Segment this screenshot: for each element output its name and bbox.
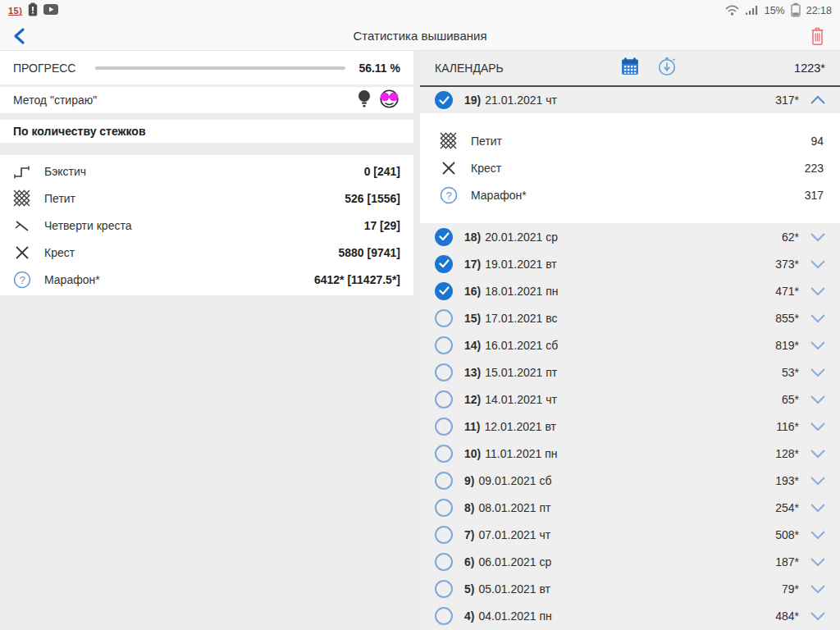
- chevron-down-icon[interactable]: [809, 557, 827, 567]
- calendar-row[interactable]: 6) 06.01.2021 ср 187*: [420, 548, 840, 575]
- calendar-row[interactable]: 9) 09.01.2021 сб 193*: [420, 467, 840, 494]
- progress-panel: ПРОГРЕСС 56.11 % Метод "стираю" По колич…: [0, 51, 420, 630]
- calendar-row[interactable]: 14) 16.01.2021 сб 819*: [420, 331, 840, 358]
- calendar-icon[interactable]: [620, 57, 640, 80]
- stitch-value: 526 [1556]: [345, 192, 400, 205]
- cool-face-emoji-icon[interactable]: [378, 88, 400, 113]
- wifi-icon: [724, 4, 740, 18]
- section-title: По количеству стежков: [0, 120, 413, 143]
- stitch-value: 6412* [11427.5*]: [314, 273, 400, 286]
- delete-button[interactable]: [806, 25, 829, 48]
- entry-date: 18.01.2021 пн: [485, 285, 775, 298]
- chevron-down-icon[interactable]: [809, 449, 827, 459]
- stitch-value: 17 [29]: [364, 219, 400, 232]
- chevron-down-icon[interactable]: [809, 611, 827, 621]
- entry-checkbox[interactable]: [435, 499, 453, 517]
- entry-value: 254*: [775, 501, 799, 514]
- calendar-row[interactable]: 8) 08.01.2021 пт 254*: [420, 494, 840, 521]
- stitch-row: Бэкстич 0 [241]: [0, 158, 413, 185]
- clock-text: 22:18: [806, 5, 832, 16]
- status-bar: 15) 15% 22:18: [0, 0, 840, 21]
- calendar-row[interactable]: 15) 17.01.2021 вс 855*: [420, 304, 840, 331]
- stopwatch-icon[interactable]: [656, 56, 678, 80]
- stitch-row: Четверти креста 17 [29]: [0, 212, 413, 239]
- chevron-down-icon[interactable]: [809, 286, 827, 296]
- chevron-down-icon[interactable]: [809, 395, 827, 404]
- chevron-down-icon[interactable]: [809, 503, 827, 513]
- calendar-row[interactable]: 18) 20.01.2021 ср 62*: [420, 223, 840, 250]
- calendar-header: КАЛЕНДАРЬ 1223*: [420, 51, 840, 85]
- entry-value: 128*: [775, 447, 799, 460]
- stitch-label: Петит: [44, 192, 345, 205]
- calendar-title: КАЛЕНДАРЬ: [435, 62, 504, 75]
- calendar-row[interactable]: 12) 14.01.2021 чт 65*: [420, 386, 840, 413]
- chevron-down-icon[interactable]: [809, 530, 827, 540]
- chevron-down-icon[interactable]: [809, 313, 827, 323]
- chevron-down-icon[interactable]: [809, 232, 827, 242]
- calendar-row[interactable]: 10) 11.01.2021 пн 128*: [420, 440, 840, 467]
- calendar-row[interactable]: 11) 12.01.2021 вт 116*: [420, 413, 840, 440]
- battery-alert-icon: [28, 2, 38, 19]
- chevron-down-icon[interactable]: [809, 340, 827, 350]
- entry-checkbox[interactable]: [435, 282, 453, 300]
- entry-date: 09.01.2021 сб: [478, 474, 775, 487]
- calendar-row[interactable]: 7) 07.01.2021 чт 508*: [420, 521, 840, 548]
- entry-checkbox[interactable]: [435, 418, 453, 436]
- calendar-row[interactable]: 13) 15.01.2021 пт 53*: [420, 358, 840, 386]
- stitch-value: 0 [241]: [364, 165, 400, 178]
- back-button[interactable]: [8, 25, 31, 48]
- entry-date: 19.01.2021 вт: [485, 258, 775, 271]
- detail-value: 317: [805, 189, 824, 202]
- cross-stitch-icon: [440, 160, 459, 176]
- entry-date: 06.01.2021 ср: [478, 555, 775, 568]
- entry-date: 20.01.2021 ср: [485, 231, 782, 244]
- detail-label: Крест: [471, 162, 805, 175]
- chevron-up-icon[interactable]: [809, 95, 827, 105]
- entry-checkbox[interactable]: [435, 553, 453, 571]
- entry-checkbox[interactable]: [435, 91, 453, 109]
- entry-checkbox[interactable]: [435, 607, 453, 625]
- calendar-panel: КАЛЕНДАРЬ 1223* 19) 21.01.2021 чт 317* П…: [420, 51, 840, 630]
- entry-date: 16.01.2021 сб: [485, 339, 775, 352]
- entry-checkbox[interactable]: [435, 228, 453, 246]
- entry-checkbox[interactable]: [435, 526, 453, 544]
- chevron-down-icon[interactable]: [809, 259, 827, 269]
- detail-row: ? Марафон* 317: [420, 181, 840, 208]
- entry-number: 11): [464, 420, 480, 433]
- entry-number: 10): [464, 447, 481, 460]
- lightbulb-icon[interactable]: [358, 89, 371, 112]
- chevron-down-icon[interactable]: [809, 476, 827, 486]
- chevron-down-icon[interactable]: [809, 584, 827, 594]
- entry-checkbox[interactable]: [435, 363, 453, 381]
- entry-checkbox[interactable]: [435, 445, 453, 463]
- entry-checkbox[interactable]: [435, 390, 453, 409]
- entry-number: 13): [464, 366, 481, 379]
- entry-checkbox[interactable]: [435, 336, 453, 354]
- question-circle-icon: ?: [440, 186, 459, 204]
- entry-date: 21.01.2021 чт: [485, 94, 775, 107]
- calendar-row-expanded[interactable]: 19) 21.01.2021 чт 317*: [420, 87, 840, 113]
- notification-badge-icon: 15): [8, 6, 22, 16]
- calendar-row[interactable]: 5) 05.01.2021 вт 79*: [420, 575, 840, 602]
- chevron-down-icon[interactable]: [809, 422, 827, 431]
- detail-value: 94: [810, 135, 824, 148]
- entry-value: 373*: [775, 258, 799, 271]
- entry-number: 19): [464, 94, 481, 107]
- entry-number: 8): [464, 501, 474, 514]
- calendar-row[interactable]: 4) 04.01.2021 пн 484*: [420, 602, 840, 629]
- entry-checkbox[interactable]: [435, 472, 453, 490]
- chevron-down-icon[interactable]: [809, 368, 827, 377]
- detail-row: Крест 223: [420, 154, 840, 181]
- entry-number: 16): [464, 285, 481, 298]
- calendar-row[interactable]: 17) 19.01.2021 вт 373*: [420, 250, 840, 277]
- entry-checkbox[interactable]: [435, 255, 453, 273]
- cross-stitch-icon: [13, 244, 33, 261]
- calendar-row[interactable]: 16) 18.01.2021 пн 471*: [420, 277, 840, 304]
- entry-number: 9): [464, 474, 474, 487]
- entry-checkbox[interactable]: [435, 309, 453, 327]
- backstitch-icon: [13, 163, 33, 180]
- entry-value: 508*: [775, 528, 799, 541]
- entry-value: 65*: [782, 393, 799, 406]
- entry-checkbox[interactable]: [435, 580, 453, 598]
- progress-value: 56.11 %: [358, 62, 400, 75]
